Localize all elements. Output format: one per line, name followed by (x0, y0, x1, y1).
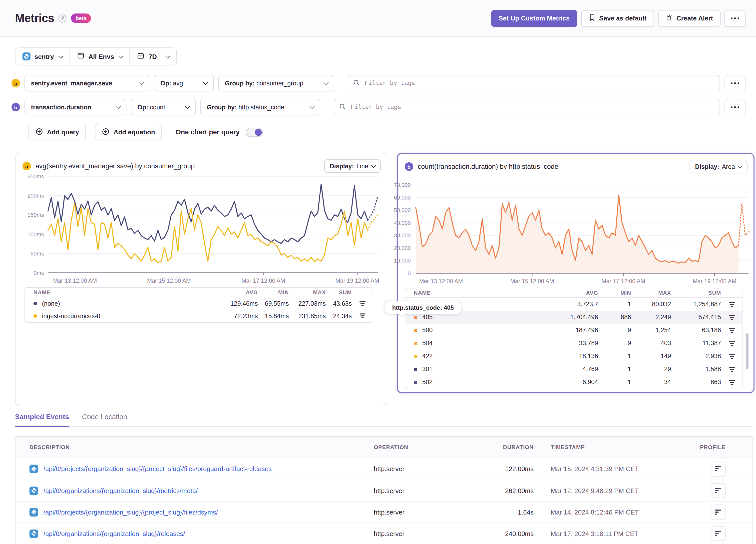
chart-title-b: count(transaction.duration) by http.stat… (418, 163, 558, 170)
project-selector[interactable]: sentry (15, 48, 69, 65)
event-duration: 1.64s (494, 508, 534, 516)
search-icon (339, 103, 346, 112)
focus-series-filter-icon[interactable] (721, 366, 742, 372)
tag-filter-input-b[interactable] (334, 99, 720, 115)
op-select-a[interactable]: Op: avg (154, 75, 214, 91)
query-options-button-a[interactable] (725, 75, 746, 91)
profile-button[interactable] (711, 526, 726, 541)
event-operation: http.server (374, 530, 494, 537)
project-selector-label: sentry (34, 53, 54, 60)
summary-row[interactable]: (none)129.46ms69.55ms227.03ms43.63s (25, 297, 373, 310)
events-table-header: DESCRIPTION OPERATION DURATION TIMESTAMP… (15, 437, 753, 458)
svg-text:30,000: 30,000 (394, 232, 411, 239)
svg-text:100ms: 100ms (27, 231, 44, 238)
summary-row[interactable]: ingest-occurrences-072.23ms15.84ms231.85… (25, 310, 373, 322)
group-by-select-b[interactable]: Group by: http.status_code (200, 99, 320, 115)
chevron-down-icon (738, 163, 743, 168)
event-operation: http.server (374, 465, 494, 473)
svg-text:Mar 19 12:00 AM: Mar 19 12:00 AM (336, 277, 379, 284)
create-alert-label: Create Alert (677, 14, 713, 22)
summary-row[interactable]: 500187.49691,25463,186 (405, 324, 742, 337)
tab-code-location[interactable]: Code Location (82, 413, 127, 426)
profile-button[interactable] (711, 505, 726, 520)
focus-series-filter-icon[interactable] (721, 353, 742, 359)
chevron-down-icon (116, 104, 121, 109)
focus-series-filter-icon[interactable] (721, 301, 742, 307)
svg-text:Mar 17 12:00 AM: Mar 17 12:00 AM (241, 277, 285, 284)
line-chart-a[interactable]: 0ms50ms100ms150ms200ms250msMar 13 12:00 … (19, 173, 384, 291)
save-as-default-label: Save as default (599, 14, 646, 22)
python-platform-icon (29, 508, 38, 516)
chart-panel-b[interactable]: b count(transaction.duration) by http.st… (397, 153, 755, 393)
metric-select-a[interactable]: sentry.event_manager.save (24, 75, 149, 91)
focus-series-filter-icon[interactable] (721, 314, 742, 320)
op-select-b[interactable]: Op: count (131, 99, 196, 115)
chevron-down-icon (139, 80, 144, 85)
series-color-dot (414, 341, 417, 345)
save-as-default-button[interactable]: Save as default (581, 10, 654, 27)
add-query-button[interactable]: Add query (28, 124, 86, 140)
display-label-a: Display: (330, 163, 354, 170)
one-chart-per-query-label: One chart per query (176, 128, 240, 136)
summary-row[interactable]: 5026.904134863 (405, 376, 742, 389)
svg-text:0ms: 0ms (33, 270, 44, 276)
col-profile: PROFILE (689, 444, 739, 450)
help-icon[interactable]: ? (59, 14, 67, 22)
event-timestamp: Mar 17, 2024 3:18:11 PM CET (534, 530, 689, 537)
environment-selector[interactable]: All Envs (69, 48, 130, 65)
op-value-b: count (150, 104, 165, 111)
toggle-knob (255, 129, 262, 136)
focus-series-filter-icon[interactable] (721, 340, 742, 346)
group-by-select-a[interactable]: Group by: consumer_group (218, 75, 334, 91)
display-mode-select-b[interactable]: Display: Area (690, 160, 748, 173)
query-badge-b: b (11, 103, 20, 111)
svg-text:Mar 13 12:00 AM: Mar 13 12:00 AM (419, 278, 463, 284)
summary-table-scrollbar[interactable] (746, 333, 749, 369)
chart-tooltip: http.status_code: 405 (385, 301, 461, 314)
date-range-selector[interactable]: 7D (130, 48, 176, 65)
create-alert-button[interactable]: Create Alert (658, 10, 721, 27)
group-by-label-b: Group by: (207, 104, 237, 111)
sampled-events-table: DESCRIPTION OPERATION DURATION TIMESTAMP… (15, 436, 753, 544)
query-options-button-b[interactable] (725, 99, 746, 115)
svg-text:10,000: 10,000 (394, 258, 411, 264)
chart-badge-a: a (22, 162, 31, 170)
display-label-b: Display: (695, 163, 719, 170)
focus-series-filter-icon[interactable] (721, 379, 742, 385)
one-chart-per-query-toggle[interactable] (246, 128, 263, 137)
tag-filter-input-a[interactable] (348, 75, 720, 91)
svg-text:250ms: 250ms (27, 173, 44, 180)
event-description-link[interactable]: /api/0/projects/{organization_slug}/{pro… (43, 465, 272, 473)
search-icon (353, 79, 360, 88)
event-description-link[interactable]: /api/0/organizations/{organization_slug}… (43, 530, 185, 537)
svg-text:200ms: 200ms (27, 193, 44, 199)
profile-button[interactable] (711, 461, 726, 476)
event-description-link[interactable]: /api/0/projects/{organization_slug}/{pro… (43, 508, 218, 516)
area-chart-b[interactable]: 010,00020,00030,00040,00050,00060,00070,… (388, 174, 753, 291)
svg-text:150ms: 150ms (27, 212, 44, 218)
summary-row[interactable]: 50433.789940311,387 (405, 337, 742, 350)
focus-series-filter-icon[interactable] (721, 327, 742, 333)
summary-row[interactable]: 3014.7691291,588 (405, 363, 742, 376)
series-color-dot (414, 380, 417, 384)
chevron-down-icon (58, 53, 63, 58)
add-equation-button[interactable]: Add equation (95, 124, 162, 140)
event-description-link[interactable]: /api/0/organizations/{organization_slug}… (43, 487, 198, 494)
profile-button[interactable] (711, 483, 726, 498)
svg-text:20,000: 20,000 (394, 245, 411, 251)
setup-custom-metrics-button[interactable]: Set Up Custom Metrics (491, 10, 577, 27)
chart-panel-a[interactable]: a avg(sentry.event_manager.save) by cons… (15, 153, 387, 406)
event-duration: 262.00ms (494, 487, 534, 494)
svg-text:Mar 15 12:00 AM: Mar 15 12:00 AM (510, 278, 554, 284)
summary-row[interactable]: 42218.13611492,938 (405, 350, 742, 363)
focus-series-filter-icon[interactable] (352, 313, 373, 319)
page-title: Metrics (15, 11, 54, 25)
event-row: /api/0/organizations/{organization_slug}… (15, 523, 753, 544)
more-options-button[interactable] (725, 10, 746, 27)
metric-select-b[interactable]: transaction.duration (24, 99, 126, 115)
chevron-down-icon (371, 163, 376, 168)
ellipsis-icon (731, 106, 739, 108)
tab-sampled-events[interactable]: Sampled Events (15, 413, 69, 426)
focus-series-filter-icon[interactable] (352, 301, 373, 306)
display-mode-select-a[interactable]: Display: Line (324, 159, 381, 173)
